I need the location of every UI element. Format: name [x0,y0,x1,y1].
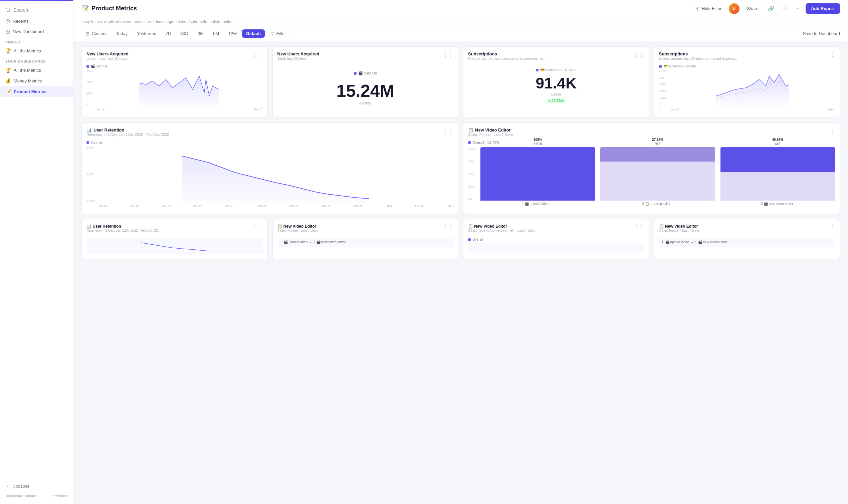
card-menu-video-mini-2[interactable]: ⋮⋮ [634,224,644,230]
search-button[interactable]: Search [0,4,73,16]
card-title-retention-mini: 📊 User Retention [87,224,161,229]
sidebar-item-all-metrics[interactable]: 🏆 All the Metrics [0,65,73,75]
favorite-button[interactable]: ♡ [780,4,789,13]
tab-6m-label: 6M [213,31,219,36]
header: 📝 Product Metrics Hide Filter U Share 🔗 … [73,0,848,17]
footer-feedback[interactable]: Feedback [52,494,68,498]
tab-7d-label: 7D [165,31,171,36]
sidebar-item-money-metrics[interactable]: 💰 Money Metrics [0,75,73,86]
tab-yesterday[interactable]: Yesterday [133,29,160,38]
legend-dot-mini2 [468,238,471,241]
svg-marker-11 [271,32,274,35]
card-title-new-users-1: New Users Acquired [87,51,128,56]
card-title-video-mini-2: 📋 New Video Editor [468,224,535,229]
save-to-dashboard-button[interactable]: Save to Dashboard [803,31,840,36]
tab-12m[interactable]: 12M [224,29,241,38]
link-button[interactable]: 🔗 [766,4,777,13]
y-axis-sub2: 12.5K10K7,5005,0002,5000 [659,69,667,106]
card-title-sub-1: Subscriptions [468,51,545,56]
card-subscriptions-1: Subscriptions Unique, last 30 days compa… [463,47,649,118]
filter-bar: Custom Today Yesterday 7D 30D 3M 6M 12M … [73,26,848,41]
tab-today-label: Today [116,31,128,36]
header-actions: Hide Filter U Share 🔗 ♡ ··· Add Report [692,3,840,14]
card-subtitle-video-mini-1: 3-step Funnel · Last 7 Days [277,229,318,232]
funnel-x-axis: 1 🎬 upload video 2 📋 create playlist 3 🎬… [468,202,835,205]
card-menu-funnel[interactable]: ⋮⋮ [824,127,835,134]
tab-yesterday-label: Yesterday [137,31,156,36]
mini-text-3: 1. 🎬 upload video → 3. 🎬 new video edito… [659,238,835,247]
card-menu-sub-1[interactable]: ⋮⋮ [634,51,644,58]
card-subtitle-video-mini-3: 3-step Funnel · Last 7 Days [659,229,700,232]
tab-3m[interactable]: 3M [194,29,208,38]
video-mini-icon-1: 📋 [277,224,283,229]
card-new-users-1: New Users Acquired Linear, total, last 3… [82,47,268,118]
card-title-funnel: 📋 New Video Editor [468,127,513,132]
clock-icon [5,19,10,24]
tab-30d-label: 30D [180,31,188,36]
new-dashboard-label: New Dashboard [13,29,44,34]
card-title-area-sub1: Subscriptions Unique, last 30 days compa… [468,51,545,63]
card-video-mini-3: 📋 New Video Editor 3-step Funnel · Last … [654,219,840,259]
card-title-new-users-2: New Users Acquired [277,51,320,56]
share-button[interactable]: Share [743,4,762,13]
card-badge-sub1: + 27.78% [546,98,566,104]
big-number-area-2: 🎬 Sign Up 15.24M events [277,65,454,109]
pinned-all-metrics-label: All the Metrics [14,49,41,53]
collapse-button[interactable]: Collapse [0,480,73,492]
big-number-sub1: 91.4K [468,75,644,91]
funnel-x-3: 3 🎬 new video editor [720,202,835,205]
card-menu-video-mini-3[interactable]: ⋮⋮ [824,224,835,230]
last-row-grid: 📊 User Retention Retention, < 1 Day, Jan… [82,219,840,259]
sidebar-item-new-dashboard[interactable]: New Dashboard [0,26,73,37]
legend-mini-2: Overall [468,238,644,241]
legend-sub-1: 💳 subscribe - Unique [468,68,644,72]
card-title-video-mini-1: 📋 New Video Editor [277,224,318,229]
tab-30d[interactable]: 30D [176,29,192,38]
card-menu-retention[interactable]: ⋮⋮ [443,127,453,134]
filter-button[interactable]: Filter [266,29,290,38]
funnel-x-2: 2 📋 create playlist [598,202,714,205]
card-header-video-mini-2: 📋 New Video Editor 3-step Time to Conver… [468,224,644,235]
mini-legend-2: Overall [468,238,644,253]
funnel-x-1: 1 🎬 upload video [477,202,593,205]
card-header-retention-mini: 📊 User Retention Retention, < 1 Day, Jan… [87,224,263,235]
top-row-grid: New Users Acquired Linear, total, last 3… [82,47,840,118]
hide-filter-button[interactable]: Hide Filter [692,4,725,13]
card-subtitle-new-users-1: Linear, total, last 30 days [87,56,128,60]
sidebar-item-recents[interactable]: Recents [0,16,73,26]
header-title-icon: 📝 [82,5,89,12]
funnel-chart: 100%75%50%25%0% 100% 3,918 27.17% [468,147,835,201]
legend-new-users-2: 🎬 Sign Up [277,71,454,75]
sidebar-item-product-metrics[interactable]: 📝 Product Metrics [0,86,73,97]
card-menu-video-mini-1[interactable]: ⋮⋮ [443,224,453,230]
tab-7d[interactable]: 7D [161,29,175,38]
funnel-bar-1: 100% 3,918 [481,138,595,201]
legend-new-users-1: 🎬 Sign Up [87,65,263,68]
tab-6m[interactable]: 6M [209,29,223,38]
bar-val-3: 448 [775,142,780,146]
card-menu-new-users-2[interactable]: ⋮⋮ [443,51,453,58]
header-left: 📝 Product Metrics [82,5,137,12]
card-header-new-users-2: New Users Acquired Total, last 30 days ⋮… [277,51,454,63]
tab-default[interactable]: Default [242,29,265,38]
collapse-icon [5,484,10,489]
card-menu-new-users-1[interactable]: ⋮⋮ [252,51,263,58]
svg-point-0 [6,8,10,12]
product-metrics-label: Product Metrics [14,89,47,94]
sidebar-item-pinned-all-metrics[interactable]: 🏆 All the Metrics [0,46,73,56]
tab-today[interactable]: Today [112,29,131,38]
bar-rect-2b [600,162,715,201]
card-title-retention: 📊 User Retention [87,127,169,132]
money-metrics-label: Money Metrics [14,78,42,84]
add-report-button[interactable]: Add Report [806,3,840,14]
card-menu-retention-mini[interactable]: ⋮⋮ [252,224,263,230]
tab-custom[interactable]: Custom [82,29,110,38]
card-header-video-mini-3: 📋 New Video Editor 3-step Funnel · Last … [659,224,835,235]
legend-dot-2 [354,72,357,75]
card-menu-sub-2[interactable]: ⋮⋮ [824,51,835,58]
legend-label-1: 🎬 Sign Up [91,65,108,68]
line-chart-svg-1 [96,69,263,106]
bar-rect-1 [481,147,595,201]
more-button[interactable]: ··· [793,4,801,13]
mini-chart-2 [468,242,644,253]
